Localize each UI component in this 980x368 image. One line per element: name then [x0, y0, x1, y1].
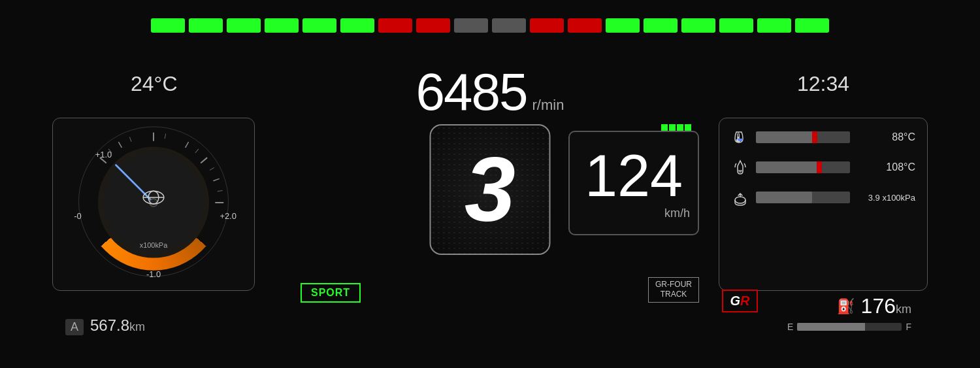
fuel-e-label: E — [787, 322, 793, 332]
oil-temp-value: 108°C — [857, 161, 915, 173]
rpm-segment-17 — [795, 18, 829, 33]
gear-display: 3 — [430, 124, 551, 255]
temperature-display: 24°C — [131, 72, 178, 96]
circuit-square-3 — [677, 124, 683, 131]
oil-press-bar — [756, 192, 850, 203]
rpm-segment-8 — [454, 18, 488, 33]
speed-value: 124 — [585, 146, 683, 205]
coolant-bar — [756, 131, 850, 143]
oil-temp-bar — [756, 161, 850, 173]
fuel-top: ⛽ 176km — [837, 294, 911, 318]
rpm-segment-4 — [302, 18, 336, 33]
fuel-bar-row: E F — [787, 322, 911, 332]
gr-four-track-badge: GR-FOUR TRACK — [648, 277, 699, 303]
fuel-bar-fill — [797, 323, 865, 331]
rpm-readout: 6485 r/min — [416, 62, 564, 122]
oil-temp-icon — [731, 158, 749, 176]
rpm-segment-16 — [757, 18, 791, 33]
oil-press-value: 3.9 x100kPa — [857, 193, 915, 203]
oil-press-row: 3.9 x100kPa — [731, 188, 915, 207]
rpm-segment-9 — [492, 18, 526, 33]
trip-display: A 567.8km — [65, 316, 145, 335]
gr-logo-text: GR — [730, 293, 749, 309]
rpm-segment-2 — [227, 18, 261, 33]
rpm-segment-12 — [606, 18, 640, 33]
gr-logo: GR — [722, 290, 758, 312]
clock-display: 12:34 — [797, 72, 849, 96]
fuel-f-label: F — [906, 322, 911, 332]
gr-four-line1: GR-FOUR — [655, 280, 692, 290]
circuit-square-2 — [669, 124, 676, 131]
gauge-inner-circle — [98, 146, 209, 258]
rpm-segment-7 — [416, 18, 450, 33]
rpm-segment-11 — [568, 18, 602, 33]
speed-unit: km/h — [664, 207, 690, 220]
fuel-display: ⛽ 176km E F — [787, 294, 911, 332]
circuit-icon — [661, 124, 691, 131]
trip-value: 567.8km — [90, 316, 145, 335]
rpm-segment-0 — [151, 18, 185, 33]
rpm-segment-3 — [265, 18, 299, 33]
oil-press-icon — [731, 188, 749, 207]
rpm-segment-13 — [644, 18, 678, 33]
fuel-bar — [797, 323, 902, 331]
circuit-square-1 — [661, 124, 668, 131]
rpm-segment-1 — [189, 18, 223, 33]
coolant-value: 88°C — [857, 131, 915, 143]
coolant-icon: 🌡 — [731, 128, 749, 146]
oil-temp-row: 108°C — [731, 158, 915, 176]
fuel-icon: ⛽ — [837, 298, 855, 315]
svg-point-25 — [735, 197, 745, 203]
trip-label: A — [65, 319, 84, 335]
rpm-segment-6 — [378, 18, 412, 33]
rpm-segment-14 — [681, 18, 715, 33]
rpm-bar — [151, 18, 829, 33]
gear-number: 3 — [465, 144, 515, 235]
info-panel: 🌡 88°C 108°C — [719, 118, 928, 291]
boost-gauge-box: -1.0 -0 +1.0 +2.0 x100kPa — [52, 118, 255, 291]
rpm-segment-10 — [530, 18, 564, 33]
rpm-value: 6485 — [416, 62, 527, 122]
speed-display: 124 km/h — [568, 131, 699, 235]
rpm-unit: r/min — [532, 97, 564, 114]
rpm-segment-15 — [719, 18, 753, 33]
boost-gauge-inner: -1.0 -0 +1.0 +2.0 x100kPa — [53, 118, 254, 290]
sport-badge: SPORT — [301, 283, 361, 303]
circuit-square-4 — [685, 124, 691, 131]
rpm-segment-5 — [340, 18, 374, 33]
fuel-km: 176km — [861, 294, 911, 318]
gr-four-line2: TRACK — [655, 290, 692, 300]
coolant-temp-row: 🌡 88°C — [731, 128, 915, 146]
